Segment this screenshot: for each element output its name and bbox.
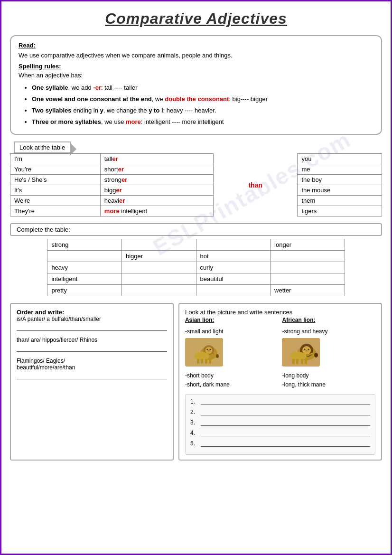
cell: longer <box>271 239 345 251</box>
cell: bigger <box>121 251 196 262</box>
object-cell: them <box>298 196 382 206</box>
picture-box: Look at the picture and write sentences … <box>178 303 382 461</box>
sentence-3: Flamingos/ Eagles/beautiful/more/are/tha… <box>17 357 167 371</box>
subject-cell: You're <box>10 164 101 175</box>
svg-point-20 <box>308 348 309 350</box>
comparative-cell: heavier <box>100 196 213 206</box>
asian-trait-1: -small and light <box>185 327 279 336</box>
subject-cell: We're <box>10 196 101 206</box>
complete-table: strong longer bigger hot heavy curly int… <box>47 239 345 296</box>
sentence-2: than/ are/ hippos/fiercer/ Rhinos <box>17 337 167 343</box>
sentence-1: is/A panter/ a buffalo/than/smaller <box>17 316 167 322</box>
african-lion-col: African lion: -strong and heavy <box>282 316 375 389</box>
look-table-label: Look at the table <box>14 141 71 153</box>
object-cell: you <box>298 154 382 164</box>
asian-trait-3: -short, dark mane <box>185 380 279 389</box>
sentence-line-2: 2. <box>190 409 370 415</box>
african-lion-title: African lion: <box>282 316 375 325</box>
asian-trait-2: -short body <box>185 371 279 380</box>
table-row: I'm taller than you <box>10 154 382 164</box>
asian-lion-image <box>185 338 223 367</box>
table-row: We're heavier them <box>10 196 382 206</box>
comparative-cell: bigger <box>100 185 213 196</box>
read-intro: We use comparative adjectives when we co… <box>19 52 373 59</box>
rule-1: One syllable, we add -er: tall ---- tall… <box>32 83 373 93</box>
cell <box>121 262 196 273</box>
spelling-label: Spelling rules: <box>19 63 373 70</box>
subject-cell: I'm <box>10 154 101 164</box>
sentence-line-1: 1. <box>190 398 370 405</box>
cell: heavy <box>47 262 122 273</box>
picture-section-title: Look at the picture and write sentences <box>185 309 292 316</box>
svg-point-6 <box>206 348 208 350</box>
answer-line-2 <box>17 345 167 352</box>
table-row: bigger hot <box>47 251 345 262</box>
svg-point-21 <box>306 350 308 351</box>
asian-lion-traits: -small and light <box>185 327 279 390</box>
cell: intelligent <box>47 273 122 285</box>
rule-3: Two syllables ending in y, we change the… <box>32 105 373 116</box>
object-cell: the boy <box>298 175 382 185</box>
sentence-line-4: 4. <box>190 430 370 436</box>
svg-point-19 <box>304 348 306 350</box>
table-row: He's / She's stronger the boy <box>10 175 382 185</box>
comparative-cell: shorter <box>100 164 213 175</box>
cell <box>271 273 345 285</box>
african-lion-image <box>282 338 320 367</box>
read-label: Read: <box>19 42 373 49</box>
table-row: pretty wetter <box>47 285 345 296</box>
rules-list: One syllable, we add -er: tall ---- tall… <box>19 83 373 127</box>
order-write-title: Order and write: <box>17 309 64 316</box>
sentence-answer-2[interactable] <box>201 409 370 415</box>
subject-cell: It's <box>10 185 101 196</box>
asian-lion-title: Asian lion: <box>185 316 279 325</box>
read-section: Read: We use comparative adjectives when… <box>10 35 382 135</box>
african-trait-1: -strong and heavy <box>282 327 375 336</box>
than-cell: than <box>213 154 297 216</box>
cell <box>271 251 345 262</box>
svg-rect-13 <box>209 359 211 364</box>
object-cell: me <box>298 164 382 175</box>
svg-point-7 <box>209 348 211 350</box>
cell <box>121 285 196 296</box>
comparative-cell: stronger <box>100 175 213 185</box>
svg-point-27 <box>314 353 318 357</box>
cell <box>47 251 122 262</box>
table-row: They're more intelligent tigers <box>10 206 382 216</box>
sentence-answer-3[interactable] <box>201 419 370 426</box>
answer-line-3 <box>17 373 167 379</box>
table-row: It's bigger the mouse <box>10 185 382 196</box>
cell <box>271 262 345 273</box>
lions-comparison: Asian lion: -small and light <box>185 316 375 389</box>
sentence-answer-1[interactable] <box>201 398 370 405</box>
svg-point-8 <box>207 350 210 351</box>
svg-rect-12 <box>205 359 207 364</box>
cell <box>121 239 196 251</box>
sentence-line-5: 5. <box>190 440 370 447</box>
bottom-section: Order and write: is/A panter/ a buffalo/… <box>10 303 382 461</box>
sentence-answer-4[interactable] <box>201 430 370 436</box>
object-cell: tigers <box>298 206 382 216</box>
african-trait-3: -long, thick mane <box>282 380 375 389</box>
rule-4: Three or more syllables, we use more: in… <box>32 117 373 127</box>
cell: beautiful <box>196 273 271 285</box>
page-title: Comparative Adjectives <box>10 10 382 28</box>
asian-lion-col: Asian lion: -small and light <box>185 316 279 389</box>
svg-rect-11 <box>201 359 203 364</box>
answer-line-1 <box>17 324 167 331</box>
table-row: You're shorter me <box>10 164 382 175</box>
table-row: intelligent beautiful <box>47 273 345 285</box>
complete-label: Complete the table: <box>10 223 382 236</box>
table-row: heavy curly <box>47 262 345 273</box>
comparative-cell: more intelligent <box>100 206 213 216</box>
cell: curly <box>196 262 271 273</box>
svg-point-14 <box>216 354 219 358</box>
subject-cell: They're <box>10 206 101 216</box>
cell <box>196 239 271 251</box>
svg-rect-23 <box>292 359 295 364</box>
table-row: strong longer <box>47 239 345 251</box>
comparative-cell: taller <box>100 154 213 164</box>
african-trait-2: -long body <box>282 371 375 380</box>
sentence-answer-5[interactable] <box>201 440 370 447</box>
cell: pretty <box>47 285 122 296</box>
